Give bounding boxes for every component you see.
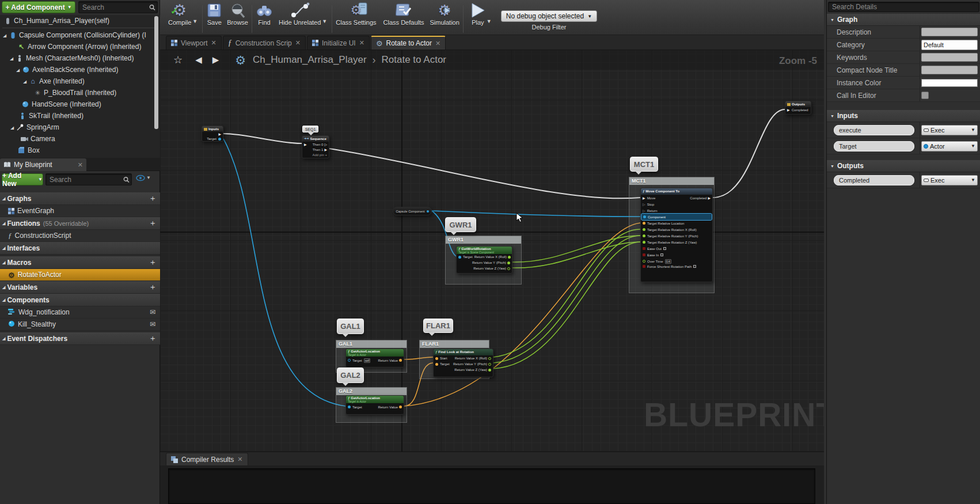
exec-out-pin[interactable]: ▶ [708,196,711,200]
over-time-value[interactable]: 0.4 [665,259,671,264]
details-section-inputs[interactable]: ▼ Inputs [827,110,980,122]
expander-icon[interactable]: ◢ [10,125,16,130]
section-graphs[interactable]: ◢ Graphs ＋ [0,192,160,205]
section-components[interactable]: ◢ Components [0,294,160,306]
class-defaults-button[interactable]: Class Defaults [383,1,424,34]
collapse-icon[interactable]: ▼ [830,164,834,168]
node-sequence[interactable]: ➜➜ Sequence ▶ Then 0 ▷ Then 1 ▶ Add pin … [302,135,329,158]
close-icon[interactable]: ✕ [211,39,216,47]
details-search-input[interactable] [828,2,979,12]
vector-in-pin[interactable] [435,363,438,366]
description-input[interactable] [921,28,978,36]
collapse-icon[interactable]: ▼ [830,114,834,118]
expander-icon[interactable]: ◢ [10,56,16,60]
find-button[interactable]: Find [256,1,273,34]
simulation-button[interactable]: ⚙ Simulation [430,1,459,34]
vector-out-pin[interactable] [399,406,402,408]
visibility-filter-button[interactable]: ▼ [136,175,151,181]
compile-options-caret[interactable]: ▼ [192,18,197,24]
compiler-results-log[interactable] [168,468,815,504]
hide-unrelated-button[interactable]: Hide Unrelated [279,1,321,34]
debug-object-dropdown[interactable]: No debug object selected ▼ [501,10,597,22]
blueprint-graph-canvas[interactable]: BLUEPRINT ☆ ◀ ▶ ⚙ Ch_Human_Arrisa_Player [160,50,824,452]
close-icon[interactable]: ✕ [78,161,83,169]
collapse-icon[interactable]: ◢ [2,298,5,302]
float-out-pin[interactable] [507,262,510,264]
node-inputs[interactable]: Inputs ▶ Target [202,126,223,142]
input-type-dropdown[interactable]: Exec ▼ [921,125,978,135]
tree-item[interactable]: ↖ Arrow Component (Arrow) (Inherited) [0,41,160,52]
components-scrollbar[interactable] [154,16,158,129]
object-in-pin[interactable] [458,256,461,259]
item-rotate-to-actor-selected[interactable]: ⚙ RotateToActor [0,269,160,281]
input-name-field[interactable]: Target [834,141,914,151]
expander-icon[interactable]: ◢ [16,67,22,72]
add-variable-button[interactable]: ＋ [149,282,157,293]
expander-icon[interactable]: ◢ [23,79,29,84]
add-pin-button[interactable]: Add pin + [312,153,327,157]
breadcrumb-current[interactable]: Rotate to Actor [382,54,446,66]
add-new-button[interactable]: + Add New ▼ [2,173,43,185]
collapse-icon[interactable]: ◢ [2,196,5,201]
add-component-button[interactable]: + Add Component ▼ [2,1,75,13]
collapse-icon[interactable]: ◢ [2,285,5,290]
float-out-pin[interactable] [488,363,491,366]
input-name-field[interactable]: execute [834,125,914,135]
node-find-look-at-rotation[interactable]: ƒ Find Look at Rotation Start Return Val… [433,348,493,377]
section-event-dispatchers[interactable]: ◢ Event Dispatchers ＋ [0,332,160,345]
favorite-star-icon[interactable]: ☆ [173,54,183,66]
tree-item-root[interactable]: Ch_Human_Arrisa_Player(self) [0,15,160,26]
tree-item[interactable]: HandScene (Inherited) [0,98,160,110]
collapse-icon[interactable]: ▼ [830,18,834,22]
my-blueprint-search-input[interactable] [45,173,132,185]
node-getactorlocation-2[interactable]: ƒGetActorLocation Target is Actor Target… [345,395,404,415]
exec-in-pin[interactable]: ▶ [304,143,307,146]
exec-in-pin[interactable]: ▷ [643,209,645,213]
tab-viewport[interactable]: Viewport ✕ [166,36,222,50]
add-function-button[interactable]: ＋ [149,218,157,229]
vector-in-pin[interactable] [435,357,438,360]
object-out-pin[interactable] [218,138,221,141]
close-icon[interactable]: ✕ [359,39,364,47]
section-functions[interactable]: ◢ Functions (55 Overridable) ＋ [0,217,160,230]
exec-out-pin[interactable]: ▶ [218,132,221,136]
float-in-pin[interactable] [643,260,645,263]
bool-in-pin[interactable] [643,247,645,250]
instance-color-swatch[interactable] [921,79,978,87]
close-icon[interactable]: ✕ [435,40,440,47]
add-graph-button[interactable]: ＋ [149,194,157,204]
details-section-outputs[interactable]: ▼ Outputs [827,160,980,172]
nav-back-icon[interactable]: ◀ [195,55,202,65]
collapse-icon[interactable]: ◢ [2,336,5,341]
object-in-pin[interactable] [348,359,351,362]
node-outputs[interactable]: Outputs ▶ Completed [785,101,811,115]
node-getactorlocation-1[interactable]: ƒGetActorLocation Target is Actor Target… [345,348,404,367]
node-move-component-to[interactable]: ƒ Move Component To ▶ Move Completed ▶ ▷… [640,188,713,282]
float-in-pin[interactable] [643,234,645,237]
call-in-editor-checkbox[interactable] [921,92,929,99]
collapse-icon[interactable]: ◢ [2,260,5,265]
comment-title[interactable]: MCT1 [629,177,714,185]
save-button[interactable]: Save [206,1,222,34]
tree-item[interactable]: Camera [0,133,160,145]
details-section-graph[interactable]: ▼ Graph [827,14,980,26]
section-interfaces[interactable]: ◢ Interfaces [0,242,160,255]
tab-construction-script[interactable]: ƒ Construction Scrip ✕ [223,36,306,50]
comment-title[interactable]: GAL1 [336,340,407,348]
components-search-input[interactable] [78,1,158,13]
close-icon[interactable]: ✕ [295,39,301,47]
tree-item[interactable]: ✳ P_BloodTrail (Inherited) [0,87,160,98]
item-wdg-notification[interactable]: Wdg_notification ✉ [0,306,160,319]
output-type-dropdown[interactable]: Exec ▼ [921,175,978,185]
browse-button[interactable]: Browse [227,1,248,34]
float-out-pin[interactable] [488,369,491,372]
item-eventgraph[interactable]: EventGraph [0,205,160,217]
exec-out-pin[interactable]: ▶ [324,148,327,151]
float-in-pin[interactable] [643,228,645,231]
exec-in-pin[interactable]: ▷ [643,203,645,206]
breadcrumb-root[interactable]: Ch_Human_Arrisa_Player [253,54,366,66]
envelope-icon[interactable]: ✉ [150,320,155,328]
compile-button[interactable]: ⚙ ✓ Compile [168,1,191,34]
force-path-checkbox[interactable] [693,265,696,268]
collapse-icon[interactable]: ◢ [2,246,5,251]
